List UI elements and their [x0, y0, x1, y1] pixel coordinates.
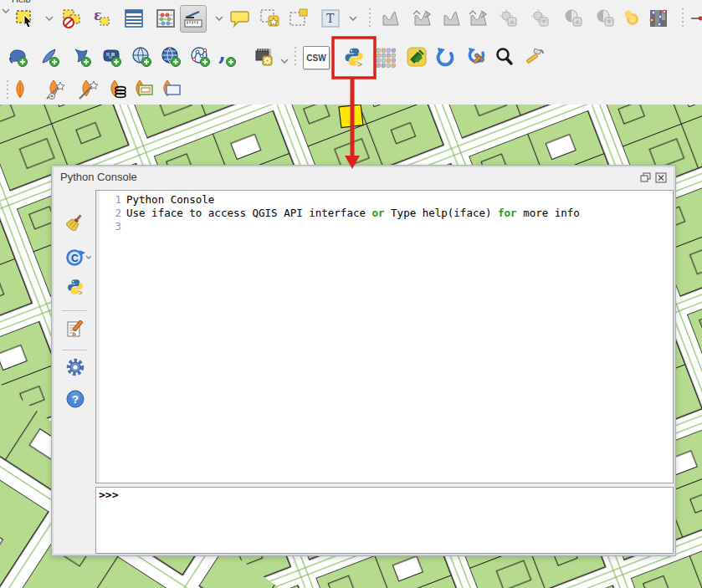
- line-number: 1: [100, 193, 126, 207]
- toolbar-area: Help ε T: [0, 0, 702, 105]
- svg-text:T: T: [326, 12, 335, 25]
- metasearch-csw-button[interactable]: CSW: [303, 46, 330, 69]
- add-spatialite-layer-icon[interactable]: [39, 46, 61, 68]
- console-output-area[interactable]: 1Python Console 2Use iface to access QGI…: [95, 190, 674, 483]
- chevron-down-icon[interactable]: [44, 8, 55, 29]
- console-input-area[interactable]: >>>: [95, 487, 674, 554]
- svg-text:?: ?: [72, 393, 79, 406]
- edge-fragment-icon: [691, 8, 702, 29]
- statistical-summary-icon[interactable]: [155, 8, 177, 29]
- menubar-help-fragment[interactable]: Help: [12, 0, 31, 3]
- svg-text:>: >: [79, 289, 83, 296]
- console-line: 3: [100, 220, 673, 233]
- contrast-increase-icon: [562, 8, 584, 29]
- flame-pen-frame-blue-icon[interactable]: [161, 79, 182, 100]
- histogram-stretch-icon: [380, 8, 402, 29]
- svg-text:,: ,: [218, 46, 226, 65]
- line-number: 3: [100, 220, 126, 233]
- search-icon[interactable]: [494, 46, 515, 68]
- build-tools-icon[interactable]: [525, 46, 546, 68]
- rebuild-icon[interactable]: [466, 46, 488, 68]
- toolbar-separator: [682, 8, 684, 28]
- select-features-icon[interactable]: [14, 8, 36, 29]
- qgis-window: Help ε T: [0, 0, 702, 588]
- line-text: Python Console: [126, 193, 214, 206]
- touch-glow-icon[interactable]: [621, 8, 643, 29]
- measure-tool-button[interactable]: [180, 5, 207, 33]
- line-text-a: Use iface to access QGIS API interface: [126, 207, 372, 219]
- chevron-down-icon[interactable]: [279, 50, 290, 72]
- sidebar-separator: [62, 310, 87, 311]
- line-text-c: help(iface): [423, 207, 498, 219]
- text-annotation-icon[interactable]: T: [320, 8, 341, 29]
- add-wms-layer-icon[interactable]: [131, 46, 153, 68]
- console-title: Python Console: [60, 171, 137, 183]
- keyword-for: for: [498, 207, 517, 219]
- flame-pen-wand-gear-icon[interactable]: [44, 79, 66, 100]
- show-editor-icon[interactable]: [66, 320, 85, 338]
- line-text-d: more info: [517, 207, 580, 219]
- raster-swipe-icon[interactable]: [648, 8, 669, 29]
- selected-parcel: [339, 105, 363, 128]
- add-wfs-layer-icon[interactable]: [190, 46, 212, 68]
- map-tips-icon[interactable]: [229, 8, 251, 29]
- html-annotation-icon[interactable]: [288, 8, 310, 29]
- histogram-stretch-arrows-icon: [468, 8, 489, 29]
- flame-pen-frame-green-icon[interactable]: [133, 79, 155, 100]
- histogram-stretch-arrows-icon: [412, 8, 433, 29]
- svg-text:C: C: [71, 253, 79, 264]
- console-prompt: >>>: [99, 488, 118, 501]
- select-by-expression-icon[interactable]: ε: [90, 8, 112, 29]
- python-console-icon[interactable]: >: [343, 46, 365, 68]
- brightness-increase-icon: [497, 8, 519, 29]
- console-line: 1Python Console: [100, 193, 673, 207]
- chevron-down-icon[interactable]: [347, 8, 359, 29]
- python-console-panel: Python Console C > ? 1Pyth: [52, 166, 675, 555]
- clear-console-icon[interactable]: [66, 212, 85, 231]
- sidebar-separator: [62, 350, 87, 350]
- histogram-stretch-icon: [441, 8, 463, 29]
- console-line: 2Use iface to access QGIS API interface …: [100, 207, 673, 220]
- brightness-decrease-icon: [529, 8, 551, 29]
- manage-plugins-icon[interactable]: [375, 46, 397, 68]
- processing-toolbox-icon[interactable]: [253, 46, 274, 68]
- add-wcs-layer-icon[interactable]: [161, 46, 182, 68]
- flame-pen-icon[interactable]: [9, 79, 31, 100]
- deselect-features-icon[interactable]: [61, 8, 83, 29]
- fold-margin: [96, 191, 100, 483]
- plugin-installer-icon[interactable]: [406, 46, 428, 68]
- run-command-icon[interactable]: C: [66, 248, 85, 267]
- attribute-table-icon[interactable]: [123, 8, 145, 29]
- console-sidebar: C > ?: [54, 187, 95, 554]
- options-gear-icon[interactable]: [66, 358, 85, 376]
- console-titlebar[interactable]: Python Console: [54, 167, 674, 187]
- chevron-down-icon[interactable]: [0, 0, 12, 22]
- python-run-icon[interactable]: >: [66, 278, 85, 296]
- add-delimited-text-layer-icon[interactable]: ,: [216, 46, 238, 68]
- svg-text:>: >: [357, 59, 362, 68]
- line-text-b: Type: [385, 207, 423, 219]
- contrast-decrease-icon: [594, 8, 616, 29]
- add-oracle-layer-icon[interactable]: [101, 46, 123, 68]
- add-postgis-layer-icon[interactable]: [8, 46, 29, 68]
- toolbar-separator: [7, 80, 8, 100]
- flame-pen-stack-icon[interactable]: [106, 79, 128, 100]
- line-number: 2: [100, 207, 126, 220]
- keyword-or: or: [372, 207, 385, 219]
- undo-icon[interactable]: [435, 46, 457, 68]
- close-panel-button[interactable]: [655, 171, 667, 182]
- help-icon[interactable]: ?: [66, 390, 85, 408]
- float-panel-button[interactable]: [640, 171, 652, 182]
- toolbar-separator: [295, 47, 296, 67]
- flame-pen-wand-icon[interactable]: [77, 79, 99, 100]
- form-annotation-icon[interactable]: [259, 8, 280, 29]
- add-mssql-layer-icon[interactable]: [71, 46, 93, 68]
- toolbar-separator: [369, 8, 371, 28]
- chevron-down-icon[interactable]: [213, 8, 225, 29]
